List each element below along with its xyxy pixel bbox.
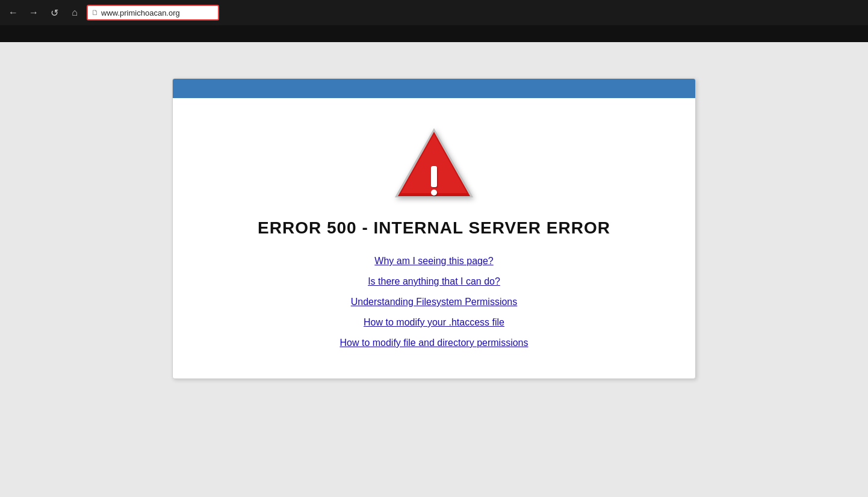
link-anything-do[interactable]: Is there anything that I can do? <box>197 276 671 287</box>
link-why-seeing[interactable]: Why am I seeing this page? <box>197 256 671 267</box>
reload-button[interactable]: ↺ <box>46 4 63 21</box>
browser-chrome: ← → ↺ ⌂ 🗋 <box>0 0 868 25</box>
card-body: ERROR 500 - INTERNAL SERVER ERROR Why am… <box>173 98 695 378</box>
link-file-directory-permissions[interactable]: How to modify file and directory permiss… <box>197 338 671 348</box>
links-section: Why am I seeing this page? Is there anyt… <box>197 256 671 348</box>
exclamation-mark-icon <box>431 166 437 196</box>
error-card: ERROR 500 - INTERNAL SERVER ERROR Why am… <box>172 78 696 379</box>
forward-button[interactable]: → <box>25 4 42 21</box>
card-header <box>173 79 695 98</box>
toolbar-bar <box>0 25 868 42</box>
home-button[interactable]: ⌂ <box>66 4 83 21</box>
address-input[interactable] <box>101 8 214 17</box>
link-filesystem-permissions[interactable]: Understanding Filesystem Permissions <box>197 297 671 307</box>
page-icon: 🗋 <box>91 8 99 17</box>
excl-line <box>431 166 437 187</box>
link-htaccess[interactable]: How to modify your .htaccess file <box>197 317 671 328</box>
error-title: ERROR 500 - INTERNAL SERVER ERROR <box>197 218 671 238</box>
excl-dot <box>431 190 437 196</box>
address-bar-container: 🗋 <box>87 5 219 20</box>
back-button[interactable]: ← <box>5 4 22 21</box>
warning-icon-container <box>395 128 473 200</box>
page-content: ERROR 500 - INTERNAL SERVER ERROR Why am… <box>0 42 868 497</box>
